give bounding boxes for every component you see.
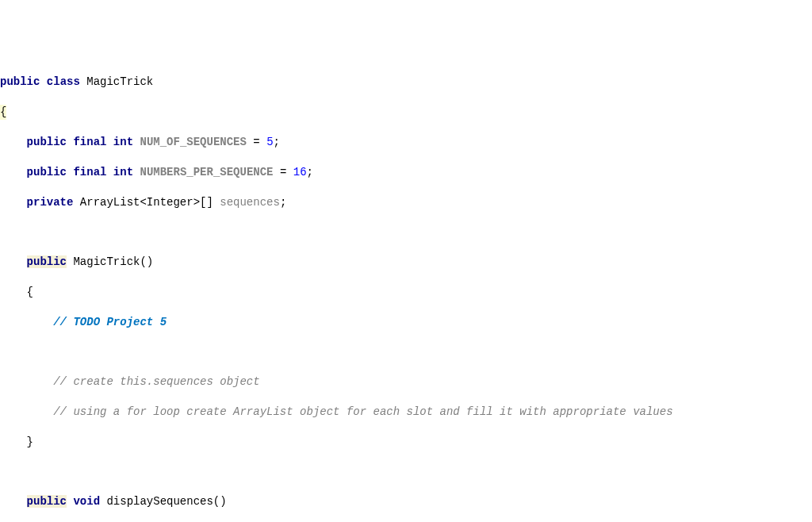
- code-line: public class MagicTrick: [0, 75, 812, 90]
- keyword-int: int: [113, 136, 133, 148]
- number-literal: 16: [293, 166, 307, 178]
- semicolon: ;: [274, 136, 280, 148]
- todo-comment: // TODO Project 5: [53, 316, 167, 328]
- constant-name: NUM_OF_SEQUENCES: [140, 136, 246, 148]
- keyword-public: public: [27, 255, 67, 268]
- open-brace: {: [27, 286, 33, 298]
- code-line: {: [0, 285, 812, 300]
- assign: =: [274, 166, 293, 178]
- keyword-private: private: [27, 196, 74, 209]
- code-line: public final int NUMBERS_PER_SEQUENCE = …: [0, 165, 812, 180]
- number-literal: 5: [266, 136, 273, 148]
- assign: =: [247, 136, 266, 148]
- code-line: private ArrayList<Integer>[] sequences;: [0, 195, 812, 210]
- keyword-public: public: [27, 136, 67, 148]
- constructor-sig: MagicTrick(): [67, 255, 153, 268]
- close-brace: }: [27, 436, 33, 448]
- keyword-class: class: [47, 75, 80, 88]
- code-line: {: [0, 105, 812, 120]
- semicolon: ;: [280, 196, 286, 209]
- method-sig: displaySequences(): [100, 495, 227, 508]
- code-line: // using a for loop create ArrayList obj…: [0, 405, 812, 420]
- constant-name: NUMBERS_PER_SEQUENCE: [140, 166, 273, 178]
- code-line: public final int NUM_OF_SEQUENCES = 5;: [0, 135, 812, 150]
- keyword-final: final: [73, 166, 106, 178]
- keyword-public: public: [0, 75, 40, 88]
- field-name: sequences: [220, 196, 280, 209]
- code-line: public MagicTrick(): [0, 255, 812, 270]
- code-line: // create this.sequences object: [0, 374, 812, 390]
- keyword-final: final: [73, 136, 106, 148]
- code-line: }: [0, 435, 812, 450]
- keyword-int: int: [113, 166, 133, 178]
- blank-line: [0, 225, 812, 240]
- code-line: // TODO Project 5: [0, 315, 812, 330]
- keyword-public: public: [27, 166, 67, 178]
- keyword-public: public: [27, 495, 67, 508]
- open-brace: {: [0, 105, 6, 120]
- blank-line: [0, 465, 812, 480]
- keyword-void: void: [73, 495, 100, 508]
- comment: // using a for loop create ArrayList obj…: [53, 405, 672, 418]
- comment: // create this.sequences object: [53, 375, 259, 388]
- type-decl: ArrayList<Integer>[]: [73, 196, 220, 209]
- class-name: MagicTrick: [86, 75, 153, 88]
- semicolon: ;: [307, 166, 313, 178]
- code-line: public void displaySequences(): [0, 494, 812, 509]
- code-editor: public class MagicTrick { public final i…: [0, 60, 812, 522]
- blank-line: [0, 344, 812, 359]
